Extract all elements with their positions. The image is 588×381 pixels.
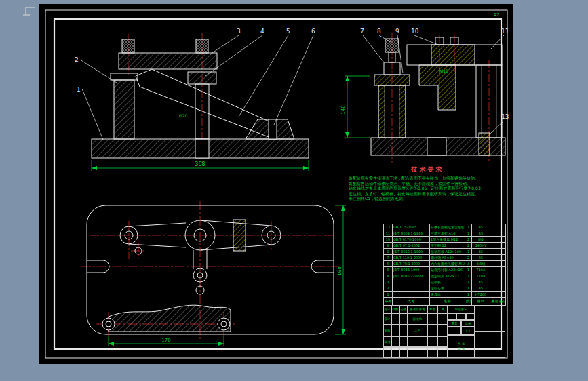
stage-mark-label: 阶段标记 xyxy=(448,305,475,313)
bom-header-cell: 代号 xyxy=(393,298,430,306)
bom-cell: 2 xyxy=(384,285,393,292)
callout-8: 8 xyxy=(377,28,381,35)
bom-cell: T10A xyxy=(472,267,490,273)
bom-cell: 1 xyxy=(465,285,472,292)
bom-row: 8JB/T 8010.1-1999移动压板 A12×100145 xyxy=(384,249,506,255)
bom-row: 4JB/T 8045.2-1999固定钻套 A12×221T10A xyxy=(384,273,506,279)
bom-cell: JB/T 8010.1-1999 xyxy=(393,249,430,255)
bom-cell xyxy=(490,224,498,230)
bom-cell xyxy=(490,279,498,285)
callout-7: 7 xyxy=(360,28,364,35)
bom-cell: 1 xyxy=(465,273,472,279)
bom-cell xyxy=(490,243,498,249)
bom-cell xyxy=(498,285,506,292)
bom-cell: JB/T 8044-1999 xyxy=(393,267,430,273)
bom-cell: 1 xyxy=(465,292,472,298)
bom-cell: 4 xyxy=(465,261,472,267)
total-sheets: 共 张 xyxy=(458,342,465,346)
bom-header-cell: 备注 xyxy=(498,298,506,306)
bom-cell: 45 xyxy=(472,230,490,237)
bom-cell xyxy=(490,267,498,273)
front-bore-dim: Ø20 xyxy=(179,113,188,118)
callout-1: 1 xyxy=(77,86,81,93)
bom-cell: 12 xyxy=(384,224,393,230)
bom-cell xyxy=(393,292,430,298)
bom-cell xyxy=(498,249,506,255)
process-label: 工艺 xyxy=(408,325,427,336)
change-zone-label: 分区 xyxy=(399,305,408,313)
bom-cell: HT200 xyxy=(472,292,490,298)
bom-cell: 定位心轴 xyxy=(430,285,465,292)
change-count-label: 处数 xyxy=(391,305,399,313)
bom-row: 5JB/T 8044-1999钻套用衬套 A22×161T10A xyxy=(384,267,506,273)
bom-row: 11JB/T 8004.1-1999可调支承钉 A16145 xyxy=(384,230,506,237)
bom-header-row: 序号代号名称数量材料重量备注 xyxy=(384,298,506,306)
bom-cell xyxy=(490,292,498,298)
bom-cell xyxy=(490,249,498,255)
corner-marks xyxy=(23,7,35,15)
bom-cell: 1 xyxy=(465,267,472,273)
callout-5: 5 xyxy=(286,28,290,35)
callout-4: 4 xyxy=(260,28,264,35)
side-thread-label: M10 xyxy=(439,68,448,73)
bom-cell xyxy=(498,230,506,237)
design-label: 设计 xyxy=(383,313,391,325)
bom-row: 10GB/T 6170-20001型六角螺母 M1228级 xyxy=(384,237,506,243)
bom-cell: 8 xyxy=(384,249,393,255)
bom-cell: 移动压板 A12×100 xyxy=(430,249,465,255)
bom-cell: GB/T 75-1985 xyxy=(393,224,430,230)
bom-row: 1夹具体1HT200 xyxy=(384,292,506,298)
bom-cell xyxy=(498,279,506,285)
bom-cell: JB/T 8004.1-1999 xyxy=(393,230,430,237)
plan-right-dim: 190 xyxy=(337,266,342,275)
title-block-stage-area: 阶段标记 重量 比例 1:1 共 张 第 张 xyxy=(448,305,475,358)
technical-requirements-title: 技术要求 xyxy=(349,165,507,174)
bom-cell xyxy=(393,285,430,292)
bom-row: 3钻模板145 xyxy=(384,279,506,285)
bom-cell: 1型六角螺母 M12 xyxy=(430,237,465,243)
title-block-name-area xyxy=(475,305,505,358)
approve-label: 批准 xyxy=(383,336,391,347)
bom-cell: JB/T 8045.2-1999 xyxy=(393,273,430,279)
tech-req-line: 钻套轴线对夹具体底面的垂直度公差为0.05，定位面对底面平行度为0.03。 xyxy=(349,186,507,191)
callout-2: 2 xyxy=(75,56,79,63)
bom-cell: 固定钻套 A12×22 xyxy=(430,273,465,279)
bom-cell: 8级 xyxy=(472,237,490,243)
parts-list: 12GB/T 75-1985开槽长圆柱端紧定螺钉 M6×20145 11JB/T… xyxy=(383,224,505,306)
bom-cell xyxy=(498,243,506,249)
bom-cell xyxy=(498,224,506,230)
bom-cell: 35 xyxy=(472,255,490,261)
standardize-label: 标准化 xyxy=(408,313,427,325)
scale-label: 比例 xyxy=(461,320,475,327)
change-date-label: 年、月、日 xyxy=(437,305,448,313)
bom-cell: 平垫圈 12 xyxy=(430,243,465,249)
bom-cell: 9 xyxy=(384,243,393,249)
callout-3: 3 xyxy=(237,28,241,35)
bom-row: 6GB/T 70.1-2000内六角圆柱头螺钉 M10×3048.8级 xyxy=(384,261,506,267)
bom-cell: 可调支承钉 A16 xyxy=(430,230,465,237)
tech-req-line: 装配前所有零件须清洗干净，配合表面不得有碰伤、划痕和锈蚀等缺陷。 xyxy=(349,176,507,181)
bom-cell: 钻套用衬套 A22×16 xyxy=(430,267,465,273)
bom-cell: 45 xyxy=(472,224,490,230)
bom-cell: 7 xyxy=(384,255,393,261)
bom-cell: GB/T 119.1-2000 xyxy=(393,255,430,261)
callout-11: 11 xyxy=(501,28,509,35)
bom-cell: 2 xyxy=(465,255,472,261)
change-mark-label: 标记 xyxy=(383,305,391,313)
change-docno-label: 更改文件号 xyxy=(408,305,427,313)
weight-label: 重量 xyxy=(448,320,461,327)
tech-req-line: 定位销、支承钉、钻模板、衬套等按图样要求配研安装，保证定位精度。 xyxy=(349,191,507,197)
bom-cell: 6 xyxy=(384,261,393,267)
bom-cell xyxy=(490,261,498,267)
bom-cell: 8.8级 xyxy=(472,261,490,267)
bom-cell: GB/T 70.1-2000 xyxy=(393,261,430,267)
bom-cell xyxy=(498,267,506,273)
bom-header-cell: 材料 xyxy=(472,298,490,306)
technical-requirements: 技术要求 装配前所有零件须清洗干净，配合表面不得有碰伤、划痕和锈蚀等缺陷。 装配… xyxy=(349,165,507,201)
bom-row: 12GB/T 75-1985开槽长圆柱端紧定螺钉 M6×20145 xyxy=(384,224,506,230)
scale-value: 1:1 xyxy=(461,327,475,335)
sheet-corner-label: A2 xyxy=(493,12,499,18)
bom-cell xyxy=(490,273,498,279)
tech-req-line: 装配后各活动件动作应灵活、平稳、无卡滞现象，紧固件不得松动。 xyxy=(349,181,507,186)
drawing-name-cell xyxy=(475,332,505,358)
